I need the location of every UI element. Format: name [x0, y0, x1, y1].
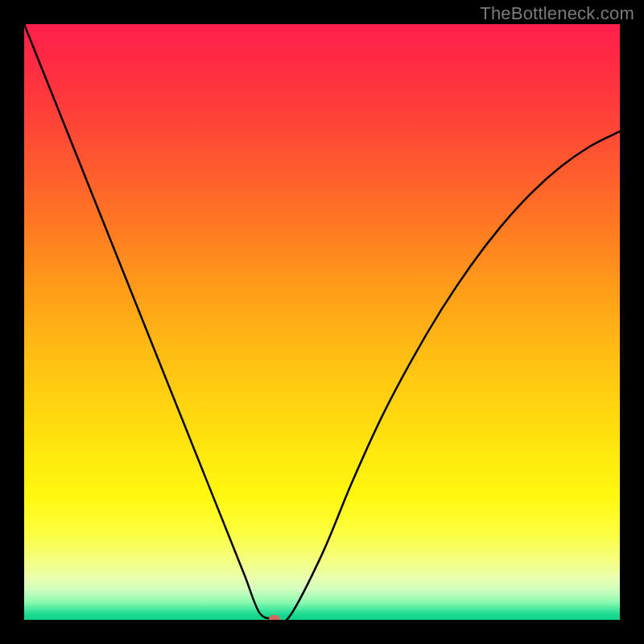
- plot-area: [24, 24, 620, 620]
- chart-frame: TheBottleneck.com: [0, 0, 644, 644]
- watermark-text: TheBottleneck.com: [480, 3, 634, 24]
- minimum-point-marker: [269, 615, 280, 620]
- bottleneck-curve: [24, 24, 620, 620]
